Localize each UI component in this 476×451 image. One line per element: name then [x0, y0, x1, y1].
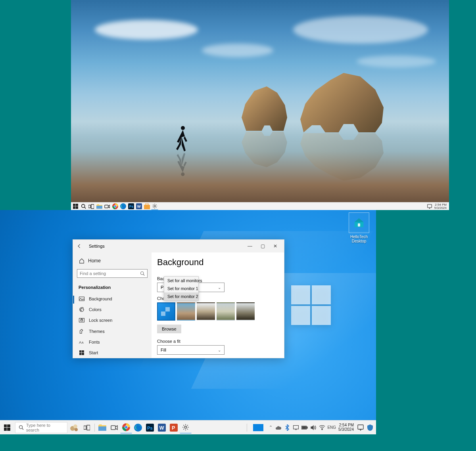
task-view-icon[interactable]: [88, 203, 95, 210]
word-app[interactable]: W: [156, 422, 168, 434]
svg-point-47: [75, 428, 78, 431]
browse-button[interactable]: Browse: [157, 325, 181, 333]
search-icon: [140, 271, 145, 276]
svg-rect-65: [307, 427, 307, 428]
monitor-1-taskbar: Ps W 2:54 PM 5/3/2024: [71, 202, 449, 210]
page-heading: Background: [157, 257, 278, 268]
project-tray-icon[interactable]: [292, 424, 299, 431]
security-tray-icon[interactable]: [367, 424, 374, 431]
picture-thumb-1[interactable]: [157, 302, 175, 321]
svg-rect-10: [96, 206, 102, 209]
search-icon[interactable]: [80, 203, 87, 210]
desktop-icon-hellotech[interactable]: HelloTech Desktop: [346, 212, 372, 243]
tray-overflow[interactable]: ⌃: [268, 425, 273, 430]
picture-thumb-4[interactable]: [217, 302, 235, 321]
fonts-icon: AA: [79, 340, 85, 344]
svg-rect-22: [428, 204, 432, 207]
settings-titlebar[interactable]: Settings — ▢ ✕: [73, 240, 284, 252]
primary-taskbar: Type here to search Ps W P: [0, 420, 376, 434]
language-tray[interactable]: ENG: [327, 424, 336, 431]
svg-text:W: W: [137, 204, 140, 208]
sidebar-item-lockscreen[interactable]: Lock screen: [77, 315, 148, 325]
photoshop-icon[interactable]: Ps: [127, 203, 134, 210]
action-center-button[interactable]: [356, 423, 365, 432]
maximize-button[interactable]: ▢: [256, 241, 269, 251]
sidebar-item-background[interactable]: Background: [77, 294, 148, 304]
menu-set-monitor-1[interactable]: Set for monitor 1: [164, 285, 198, 292]
svg-point-30: [81, 310, 81, 311]
settings-icon[interactable]: [151, 203, 158, 210]
start-button[interactable]: [0, 420, 14, 434]
sidebar-home[interactable]: Home: [77, 256, 148, 266]
svg-rect-37: [79, 353, 81, 355]
svg-line-7: [84, 207, 85, 208]
onedrive-tray-icon[interactable]: [275, 424, 282, 431]
spotlight-icon[interactable]: [67, 423, 81, 432]
action-center-icon[interactable]: [427, 204, 432, 209]
home-icon: [79, 258, 85, 264]
bluetooth-tray-icon[interactable]: [284, 424, 291, 431]
meet-now-app[interactable]: [108, 422, 120, 434]
sidebar-item-themes[interactable]: Themes: [77, 326, 148, 336]
battery-tray-icon[interactable]: [301, 424, 308, 431]
taskbar-clock[interactable]: 2:54 PM 5/3/2024: [434, 203, 447, 210]
meet-now-icon[interactable]: [104, 203, 111, 210]
close-button[interactable]: ✕: [269, 241, 282, 251]
file-explorer-app[interactable]: [96, 422, 108, 434]
taskbar-search[interactable]: Type here to search: [15, 422, 67, 433]
chrome-app[interactable]: [120, 422, 132, 434]
svg-point-14: [114, 205, 116, 207]
svg-point-43: [19, 426, 23, 429]
edge-app[interactable]: [132, 422, 144, 434]
sidebar-item-start[interactable]: Start: [77, 348, 148, 358]
minimize-button[interactable]: —: [244, 241, 256, 251]
picture-thumb-3[interactable]: [197, 302, 215, 321]
picture-icon: [79, 296, 85, 301]
svg-rect-20: [144, 205, 150, 209]
news-widget[interactable]: [250, 422, 266, 433]
word-icon[interactable]: W: [135, 203, 142, 210]
photoshop-app[interactable]: Ps: [144, 422, 156, 434]
svg-point-67: [322, 429, 322, 430]
edge-icon[interactable]: [119, 203, 127, 210]
fit-dropdown[interactable]: Fill ⌄: [157, 345, 225, 355]
svg-point-6: [81, 204, 84, 208]
sidebar-item-fonts[interactable]: AA Fonts: [77, 337, 148, 347]
powerpoint-app[interactable]: P: [168, 422, 180, 434]
volume-tray-icon[interactable]: [310, 424, 317, 431]
svg-point-0: [181, 126, 185, 130]
task-view-button[interactable]: [81, 422, 93, 434]
back-button[interactable]: [77, 244, 85, 248]
svg-rect-38: [82, 353, 84, 355]
find-setting-input[interactable]: Find a setting: [77, 269, 148, 278]
picture-thumb-2[interactable]: [177, 302, 195, 321]
wallpaper-runner: [176, 125, 188, 151]
themes-icon: [79, 329, 85, 334]
start-button[interactable]: [72, 203, 79, 210]
settings-main: Background Background Picture ⌄ Choose y…: [152, 252, 284, 358]
menu-set-monitor-2[interactable]: Set for monitor 2: [164, 292, 198, 300]
menu-set-all-monitors[interactable]: Set for all monitors: [164, 277, 198, 285]
settings-app[interactable]: [180, 422, 192, 434]
svg-text:W: W: [159, 425, 164, 431]
store-icon[interactable]: [143, 203, 150, 210]
picture-thumb-5[interactable]: [236, 302, 255, 321]
svg-rect-41: [4, 428, 7, 431]
monitor-2-desktop[interactable]: HelloTech Desktop Settings — ▢ ✕ Home: [0, 210, 376, 420]
picture-thumbnails: [157, 302, 278, 321]
wifi-tray-icon[interactable]: [319, 424, 326, 431]
svg-rect-27: [79, 297, 84, 301]
svg-rect-66: [302, 426, 306, 428]
svg-text:A: A: [79, 340, 82, 344]
svg-text:Ps: Ps: [147, 426, 153, 430]
sidebar-item-colors[interactable]: Colors: [77, 305, 148, 315]
chrome-icon[interactable]: [111, 203, 119, 210]
taskbar-clock[interactable]: 2:54 PM 5/3/2024: [338, 423, 354, 432]
svg-rect-40: [7, 424, 10, 427]
chevron-down-icon: ⌄: [218, 285, 221, 290]
svg-point-25: [141, 272, 144, 275]
palette-icon: [79, 307, 85, 312]
file-explorer-icon[interactable]: [96, 203, 103, 210]
chevron-down-icon: ⌄: [218, 348, 221, 352]
svg-point-28: [81, 309, 81, 310]
